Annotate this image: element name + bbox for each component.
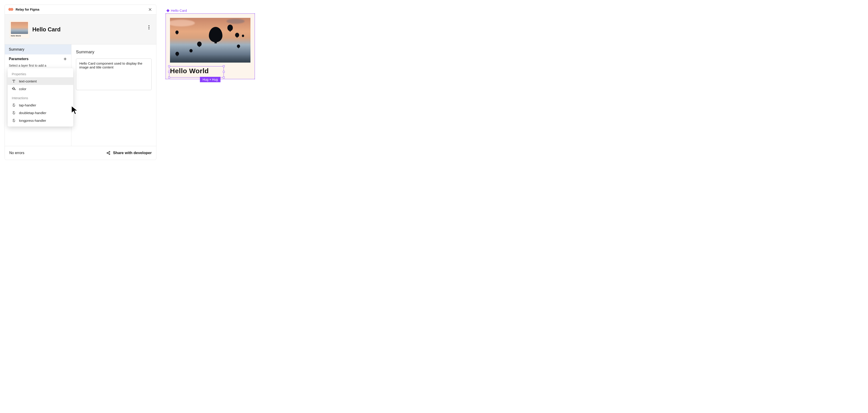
share-label: Share with developer (113, 151, 152, 155)
figma-canvas: Hello Card Hello World (165, 4, 258, 160)
popover-item-label: text-content (19, 79, 37, 83)
popover-item-label: longpress-handler (19, 119, 46, 123)
thumbnail-image (11, 22, 28, 34)
popover-item-tap-handler[interactable]: tap-handler (8, 101, 73, 109)
selection-handle[interactable] (168, 71, 170, 73)
selection-handle[interactable] (223, 65, 225, 67)
sidebar-parameters-header: Parameters (5, 55, 71, 63)
plugin-footer: No errors Share with developer (5, 146, 156, 160)
text-icon (12, 79, 16, 83)
tap-icon (12, 111, 16, 115)
sidebar-item-summary[interactable]: Summary (5, 44, 71, 55)
summary-textarea[interactable] (76, 59, 152, 90)
relay-plugin-panel: Relay for Figma Hello World Hello Card S… (4, 4, 156, 160)
selection-handle[interactable] (223, 71, 225, 73)
component-thumbnail: Hello World (9, 20, 30, 38)
tap-icon (12, 118, 16, 123)
share-icon (106, 151, 111, 155)
close-icon (148, 7, 152, 11)
kebab-icon (149, 25, 149, 29)
cursor-icon (71, 105, 79, 115)
popover-item-text-content[interactable]: text-content (8, 77, 73, 85)
share-with-developer-button[interactable]: Share with developer (106, 151, 152, 155)
status-text: No errors (9, 151, 24, 155)
summary-title: Summary (76, 50, 152, 55)
text-layer-selection[interactable]: Hello World (170, 67, 250, 75)
selection-handle[interactable] (223, 76, 225, 78)
popover-interactions-label: Interactions (8, 94, 73, 101)
thumbnail-caption: Hello World (11, 35, 28, 37)
frame-label-text: Hello Card (171, 8, 187, 12)
popover-item-label: color (19, 87, 26, 91)
tap-icon (12, 103, 16, 107)
plugin-header: Relay for Figma (5, 5, 156, 14)
component-header: Hello World Hello Card (5, 14, 156, 44)
frame-label[interactable]: Hello Card (166, 8, 258, 12)
component-name: Hello Card (32, 26, 61, 33)
parameter-popover: Properties text-content color Interactio… (8, 68, 73, 127)
popover-properties-label: Properties (8, 70, 73, 77)
selection-handle[interactable] (168, 65, 170, 67)
selection-box (169, 66, 224, 77)
relay-logo-icon (8, 8, 13, 11)
popover-item-label: tap-handler (19, 103, 36, 107)
popover-item-longpress-handler[interactable]: longpress-handler (8, 117, 73, 124)
selection-handle[interactable] (168, 76, 170, 78)
popover-item-color[interactable]: color (8, 85, 73, 93)
component-icon (166, 9, 169, 12)
plugin-body: Summary Parameters Select a layer first … (5, 44, 156, 146)
svg-point-0 (15, 89, 16, 90)
more-options-button[interactable] (146, 25, 152, 30)
add-parameter-button[interactable] (63, 57, 67, 61)
plugin-header-left: Relay for Figma (8, 8, 39, 11)
plugin-title: Relay for Figma (16, 8, 39, 11)
popover-item-doubletap-handler[interactable]: doubletap-handler (8, 109, 73, 117)
card-image (170, 18, 250, 63)
sidebar: Summary Parameters Select a layer first … (5, 44, 71, 146)
popover-item-label: doubletap-handler (19, 111, 46, 115)
hello-card-frame[interactable]: Hello World Hug × Hug (165, 13, 255, 79)
parameters-label: Parameters (9, 57, 29, 61)
constraint-badge: Hug × Hug (200, 77, 220, 82)
main-content: Summary (71, 44, 156, 146)
paint-bucket-icon (12, 87, 16, 91)
close-button[interactable] (148, 7, 153, 12)
